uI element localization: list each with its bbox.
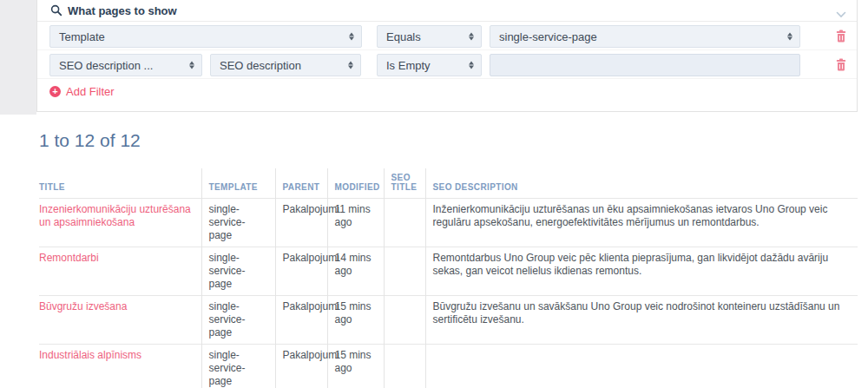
- seo-title-cell: [384, 247, 425, 295]
- page-title-cell: Būvgružu izvešana: [39, 295, 201, 344]
- trash-icon: [836, 30, 846, 43]
- filter1-operator-value: Equals: [386, 30, 421, 43]
- table-row: Inzenierkomunikāciju uzturēšana un apsai…: [39, 198, 858, 247]
- seo-title-cell: [384, 295, 425, 344]
- trash-icon: [836, 58, 846, 71]
- results-summary: 1 to 12 of 12: [39, 130, 141, 151]
- search-icon: [50, 4, 62, 16]
- filter1-operator-select[interactable]: Equals: [377, 25, 482, 48]
- table-row: Industriālais alpīnisms single-service-p…: [39, 344, 858, 388]
- delete-filter-button[interactable]: [832, 27, 850, 44]
- seo-title-cell: [384, 198, 425, 247]
- filter2-operator-select[interactable]: Is Empty: [377, 54, 482, 76]
- filter2-value-input[interactable]: [490, 54, 800, 76]
- col-header-modified[interactable]: MODIFIED: [327, 168, 384, 198]
- col-header-template[interactable]: TEMPLATE: [201, 168, 275, 198]
- parent-cell: Pakalpojumi: [275, 198, 327, 247]
- seo-description-cell: Būvgružu izvešanu un savākšanu Uno Group…: [425, 295, 858, 344]
- parent-cell: Pakalpojumi: [275, 295, 327, 344]
- filter-row-2: SEO description ... SEO description Is E…: [37, 50, 857, 79]
- table-row: Remontdarbi single-service-page Pakalpoj…: [39, 247, 858, 295]
- filter-panel-title: What pages to show: [68, 4, 177, 17]
- page-title-cell: Remontdarbi: [39, 247, 201, 295]
- filter2-group-value: SEO description ...: [59, 59, 153, 72]
- chevron-down-icon[interactable]: [836, 6, 846, 22]
- page-title-cell: Inzenierkomunikāciju uzturēšana un apsai…: [39, 198, 201, 247]
- updown-arrows-icon: [787, 33, 792, 41]
- updown-arrows-icon: [348, 62, 353, 69]
- seo-description-cell: Remontdarbus Uno Group veic pēc klienta …: [425, 247, 858, 295]
- col-header-seo-description[interactable]: SEO DESCRIPTION: [425, 168, 858, 198]
- plus-circle-icon: +: [49, 86, 61, 97]
- left-gutter: [0, 0, 36, 115]
- table-row: Būvgružu izvešana single-service-page Pa…: [39, 295, 858, 344]
- pages-table: TITLE TEMPLATE PARENT MODIFIED SEO TITLE…: [39, 168, 858, 388]
- col-header-parent[interactable]: PARENT: [275, 168, 327, 198]
- modified-cell: 15 mins ago: [327, 344, 384, 388]
- filter-row-1: Template Equals single-service-page: [37, 22, 857, 50]
- filter2-group-select[interactable]: SEO description ...: [49, 54, 202, 76]
- updown-arrows-icon: [469, 33, 474, 41]
- updown-arrows-icon: [469, 62, 474, 69]
- template-cell: single-service-page: [201, 247, 275, 295]
- filter1-field-value: Template: [59, 30, 105, 43]
- page-title-link[interactable]: Remontdarbi: [39, 252, 99, 264]
- table-header-row: TITLE TEMPLATE PARENT MODIFIED SEO TITLE…: [39, 168, 858, 198]
- page-title-link[interactable]: Inzenierkomunikāciju uzturēšana un apsai…: [39, 203, 191, 228]
- filter1-field-select[interactable]: Template: [49, 25, 362, 48]
- page-title-link[interactable]: Būvgružu izvešana: [39, 300, 127, 312]
- modified-cell: 14 mins ago: [327, 247, 384, 295]
- filter1-value: single-service-page: [499, 30, 597, 43]
- updown-arrows-icon: [349, 33, 354, 41]
- filter-panel-header: What pages to show: [37, 0, 857, 22]
- parent-cell: Pakalpojumi: [275, 344, 327, 388]
- page-title-link[interactable]: Industriālais alpīnisms: [39, 349, 141, 361]
- add-filter-button[interactable]: + Add Filter: [49, 85, 115, 98]
- filter2-operator-value: Is Empty: [386, 59, 431, 72]
- seo-description-cell: [425, 344, 858, 388]
- seo-title-cell: [384, 344, 425, 388]
- modified-cell: 15 mins ago: [327, 295, 384, 344]
- filter2-field-value: SEO description: [220, 59, 301, 72]
- page-title-cell: Industriālais alpīnisms: [39, 344, 201, 388]
- delete-filter-button[interactable]: [832, 56, 850, 73]
- add-filter-label: Add Filter: [66, 85, 115, 98]
- template-cell: single-service-page: [201, 198, 275, 247]
- page: What pages to show Template Equals singl…: [0, 0, 868, 388]
- template-cell: single-service-page: [201, 295, 275, 344]
- template-cell: single-service-page: [201, 344, 275, 388]
- filter-panel: What pages to show Template Equals singl…: [36, 0, 858, 112]
- col-header-title[interactable]: TITLE: [39, 168, 201, 198]
- updown-arrows-icon: [189, 62, 194, 69]
- seo-description-cell: Inženierkomunikāciju uzturēšanas un ēku …: [425, 198, 858, 247]
- parent-cell: Pakalpojumi: [275, 247, 327, 295]
- modified-cell: 11 mins ago: [327, 198, 384, 247]
- col-header-seo-title[interactable]: SEO TITLE: [384, 168, 425, 198]
- filter1-value-select[interactable]: single-service-page: [490, 25, 800, 48]
- filter2-field-select[interactable]: SEO description: [210, 54, 361, 76]
